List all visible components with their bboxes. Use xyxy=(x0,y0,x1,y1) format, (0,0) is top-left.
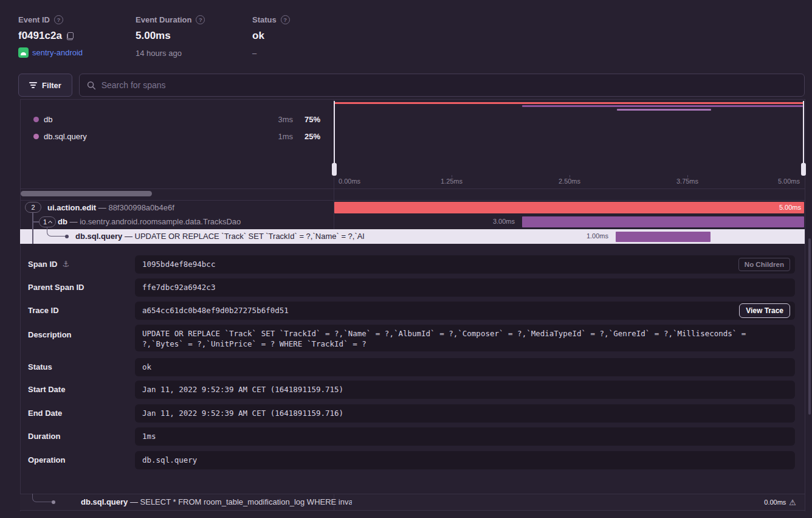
legend-item-db[interactable]: db 3ms 75% xyxy=(20,111,334,128)
parent-span-id-value-box: ffe7dbc92a6942c3 xyxy=(135,278,795,297)
event-duration-section: Event Duration ? 5.00ms 14 hours ago xyxy=(136,15,205,58)
vertical-scrollbar[interactable] xyxy=(808,238,811,415)
span-status-value: ok xyxy=(142,362,151,371)
span-bar-db-sql-query[interactable] xyxy=(616,232,710,242)
axis-tick-label: 3.75ms xyxy=(676,178,698,185)
axis-tick-label: 0.00ms xyxy=(339,178,360,185)
span-row-db-sql-query-selected[interactable]: db.sql.query — UPDATE OR REPLACE `Track`… xyxy=(20,229,805,244)
parent-span-id-label: Parent Span ID xyxy=(28,283,84,292)
view-trace-button[interactable]: View Trace xyxy=(739,303,790,318)
span-op: db.sql.query xyxy=(81,497,128,506)
status-value: ok xyxy=(252,30,264,42)
start-date-label: Start Date xyxy=(28,385,65,394)
end-date-value: Jan 11, 2022 9:52:39 AM CET (1641891159.… xyxy=(142,409,343,418)
span-desc: — UPDATE OR REPLACE `Track` SET `TrackId… xyxy=(125,232,364,241)
event-duration-label: Event Duration xyxy=(136,15,191,24)
legend-dot xyxy=(33,134,39,139)
legend-percent: 75% xyxy=(296,115,320,124)
start-date-value-box: Jan 11, 2022 9:52:39 AM CET (1641891159.… xyxy=(135,381,795,399)
legend-duration: 3ms xyxy=(256,115,293,124)
search-input[interactable] xyxy=(102,80,797,90)
copy-icon[interactable] xyxy=(67,32,74,40)
panel-border-top xyxy=(20,99,805,100)
event-id-section: Event ID ? f0491c2a sentry-android xyxy=(18,15,83,58)
tree-horizontal-scrollbar[interactable] xyxy=(21,191,152,196)
axis-tick-label: 2.50ms xyxy=(559,178,580,185)
span-duration: 3.00ms xyxy=(471,218,515,225)
axis-tick-label: 5.00ms xyxy=(778,178,800,185)
span-children-toggle[interactable]: 2 xyxy=(25,202,41,213)
chevron-up-icon xyxy=(48,220,52,224)
minimap-span-db-sql-query[interactable] xyxy=(617,109,711,111)
help-icon[interactable]: ? xyxy=(196,15,205,24)
span-row-ui-action-edit[interactable]: 2 ui.action.edit — 88f300998a0b4e6f 5.00… xyxy=(20,201,805,215)
status-section: Status ? ok – xyxy=(252,15,290,58)
span-row-db-sql-query-select[interactable]: db.sql.query — SELECT * FROM room_table_… xyxy=(20,494,805,511)
end-date-value-box: Jan 11, 2022 9:52:39 AM CET (1641891159.… xyxy=(135,404,795,423)
event-id-value: f0491c2a xyxy=(18,30,62,42)
span-children-toggle[interactable]: 1 xyxy=(39,216,56,227)
end-date-label: End Date xyxy=(28,409,62,418)
span-status-value-box: ok xyxy=(135,358,795,376)
no-children-badge: No Children xyxy=(738,258,790,271)
filter-icon xyxy=(29,82,37,88)
minimap-left-handle[interactable] xyxy=(334,101,335,176)
child-count: 1 xyxy=(43,218,47,226)
legend-dot xyxy=(33,117,39,122)
android-platform-icon xyxy=(18,47,29,58)
panel-border-right xyxy=(805,99,805,511)
legend-duration: 1ms xyxy=(256,132,293,141)
axis-tick-label: 1.25ms xyxy=(441,178,463,185)
divider xyxy=(20,188,805,189)
warning-icon: ⚠ xyxy=(789,499,796,506)
span-bar-db[interactable] xyxy=(522,216,804,227)
child-count: 2 xyxy=(31,204,35,211)
search-icon xyxy=(87,81,96,90)
description-value-box: UPDATE OR REPLACE `Track` SET `TrackId` … xyxy=(135,325,795,351)
description-label: Description xyxy=(28,330,72,339)
legend-op: db xyxy=(44,115,52,124)
filter-button[interactable]: Filter xyxy=(18,74,72,97)
help-icon[interactable]: ? xyxy=(281,15,290,24)
span-duration-value-box: 1ms xyxy=(135,427,795,446)
span-search xyxy=(79,74,805,97)
project-link[interactable]: sentry-android xyxy=(32,48,83,57)
operation-label: Operation xyxy=(28,455,65,464)
operation-value-box: db.sql.query xyxy=(135,451,795,469)
tree-guide-elbow xyxy=(32,494,53,502)
span-duration: 5.00ms xyxy=(779,202,801,213)
filter-button-label: Filter xyxy=(42,81,61,90)
span-id-value: 1095bd4ef8e94bcc xyxy=(142,260,215,269)
span-id-label: Span ID xyxy=(28,260,57,269)
tree-guide-line xyxy=(33,221,39,223)
event-age: 14 hours ago xyxy=(136,49,205,58)
start-date-value: Jan 11, 2022 9:52:39 AM CET (1641891159.… xyxy=(142,385,343,394)
span-row-db[interactable]: 1 db — io.sentry.android.roomsample.data… xyxy=(20,215,805,229)
anchor-icon[interactable]: ⚓ xyxy=(62,260,69,269)
event-duration-value: 5.00ms xyxy=(136,30,171,42)
legend-percent: 25% xyxy=(296,132,320,141)
span-bar-ui-action-edit[interactable]: 5.00ms xyxy=(334,202,804,213)
minimap-span-db[interactable] xyxy=(522,105,803,107)
span-status-label: Status xyxy=(28,362,52,371)
operation-value: db.sql.query xyxy=(142,455,197,464)
span-duration: 1.00ms xyxy=(565,232,608,240)
minimap-right-handle[interactable] xyxy=(803,101,804,176)
status-sub: – xyxy=(252,49,290,58)
minimap-span-ui-action-edit[interactable] xyxy=(334,102,803,104)
event-id-label: Event ID xyxy=(18,15,50,24)
span-duration-label: Duration xyxy=(28,432,60,441)
legend-item-db-sql-query[interactable]: db.sql.query 1ms 25% xyxy=(20,128,334,145)
span-detail-page: Event ID ? f0491c2a sentry-android Event… xyxy=(0,0,812,518)
parent-span-id-value: ffe7dbc92a6942c3 xyxy=(142,283,215,292)
help-icon[interactable]: ? xyxy=(54,15,63,24)
span-duration-value: 1ms xyxy=(142,432,156,441)
trace-id-value: a654cc61dc0b48ef9d0b27275b6f0d51 xyxy=(142,306,289,315)
tree-node-dot xyxy=(52,500,55,504)
description-value: UPDATE OR REPLACE `Track` SET `TrackId` … xyxy=(142,329,746,348)
trace-id-label: Trace ID xyxy=(28,306,59,315)
span-desc: — io.sentry.android.roomsample.data.Trac… xyxy=(70,217,241,226)
panel-border-left xyxy=(20,99,21,511)
status-label: Status xyxy=(252,15,277,24)
span-id-value-box: 1095bd4ef8e94bcc No Children xyxy=(135,255,795,274)
